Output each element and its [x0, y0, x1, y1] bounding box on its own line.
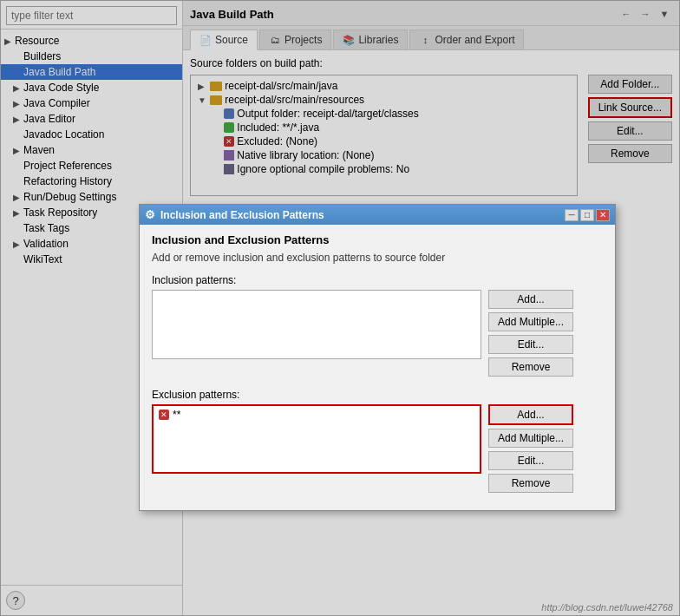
dialog-overlay: ⚙ Inclusion and Exclusion Patterns ─ □ ✕… [0, 0, 680, 616]
inclusion-section: Inclusion patterns: Add...Add Multiple..… [152, 274, 603, 377]
edit-incl-button[interactable]: Edit... [488, 335, 573, 354]
add-multiple-excl-button[interactable]: Add Multiple... [488, 429, 573, 448]
dialog-icon: ⚙ [145, 208, 155, 221]
dialog-heading: Inclusion and Exclusion Patterns [152, 233, 603, 246]
inclusion-listbox[interactable] [152, 290, 481, 359]
exclusion-label: Exclusion patterns: [152, 389, 603, 401]
dialog-maximize-button[interactable]: □ [580, 209, 594, 221]
inclusion-label: Inclusion patterns: [152, 274, 603, 286]
exclusion-buttons: Add...Add Multiple...Edit...Remove [488, 404, 573, 493]
excl-label: ** [173, 409, 180, 421]
dialog-body: Inclusion and Exclusion Patterns Add or … [140, 225, 615, 510]
inclusion-buttons: Add...Add Multiple...Edit...Remove [488, 290, 573, 377]
dialog-close-button[interactable]: ✕ [596, 209, 610, 221]
remove-excl-button[interactable]: Remove [488, 474, 573, 493]
dialog-title: ⚙ Inclusion and Exclusion Patterns [145, 208, 324, 221]
dialog-inclusion-exclusion: ⚙ Inclusion and Exclusion Patterns ─ □ ✕… [139, 204, 616, 511]
add-multiple-incl-button[interactable]: Add Multiple... [488, 312, 573, 331]
excl-icon: ✕ [159, 410, 169, 420]
exclusion-list-item[interactable]: ✕** [155, 408, 478, 422]
exclusion-section: Exclusion patterns: ✕** Add...Add Multip… [152, 389, 603, 493]
dialog-description: Add or remove inclusion and exclusion pa… [152, 252, 603, 264]
dialog-minimize-button[interactable]: ─ [565, 209, 579, 221]
remove-incl-button[interactable]: Remove [488, 357, 573, 377]
dialog-controls: ─ □ ✕ [565, 209, 610, 221]
add-excl-button[interactable]: Add... [488, 404, 573, 425]
add-incl-button[interactable]: Add... [488, 290, 573, 309]
dialog-titlebar: ⚙ Inclusion and Exclusion Patterns ─ □ ✕ [140, 205, 615, 225]
edit-excl-button[interactable]: Edit... [488, 451, 573, 470]
exclusion-listbox[interactable]: ✕** [152, 404, 481, 474]
